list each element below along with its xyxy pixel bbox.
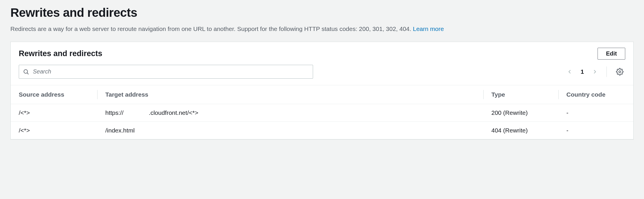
cell-type: 200 (Rewrite) xyxy=(483,104,558,121)
page-description-text: Redirects are a way for a web server to … xyxy=(10,25,411,32)
table-row: /<*> https:// .cloudfront.net/<*> 200 (R… xyxy=(11,104,633,121)
svg-point-2 xyxy=(619,71,621,73)
table-row: /<*> /index.html 404 (Rewrite) - xyxy=(11,121,633,139)
panel-toolbar: 1 xyxy=(11,62,633,85)
toolbar-divider xyxy=(606,67,607,77)
panel-header: Rewrites and redirects Edit xyxy=(11,42,633,62)
col-header-target[interactable]: Target address xyxy=(97,85,483,104)
col-header-type[interactable]: Type xyxy=(483,85,558,104)
cell-source: /<*> xyxy=(11,121,97,139)
col-header-country[interactable]: Country code xyxy=(558,85,633,104)
search-input[interactable] xyxy=(19,65,313,79)
col-header-source[interactable]: Source address xyxy=(11,85,97,104)
cell-target: https:// .cloudfront.net/<*> xyxy=(97,104,483,121)
edit-button[interactable]: Edit xyxy=(598,48,625,60)
prev-page-button[interactable] xyxy=(566,68,574,76)
next-page-button[interactable] xyxy=(591,68,599,76)
cell-country: - xyxy=(558,121,633,139)
redirects-table: Source address Target address Type Count… xyxy=(11,85,633,139)
search-wrap xyxy=(19,65,313,79)
table-header-row: Source address Target address Type Count… xyxy=(11,85,633,104)
search-icon xyxy=(23,69,29,75)
cell-target: /index.html xyxy=(97,121,483,139)
rewrites-panel: Rewrites and redirects Edit 1 xyxy=(10,42,634,139)
page-title: Rewrites and redirects xyxy=(10,6,634,20)
cell-source: /<*> xyxy=(11,104,97,121)
gear-icon xyxy=(616,68,624,75)
pagination: 1 xyxy=(566,66,625,77)
cell-country: - xyxy=(558,104,633,121)
chevron-left-icon xyxy=(567,69,572,75)
table-settings-button[interactable] xyxy=(614,66,625,77)
panel-title: Rewrites and redirects xyxy=(19,49,102,58)
page-description: Redirects are a way for a web server to … xyxy=(10,24,634,34)
cell-type: 404 (Rewrite) xyxy=(483,121,558,139)
svg-point-0 xyxy=(24,69,28,73)
page-number: 1 xyxy=(579,68,586,75)
learn-more-link[interactable]: Learn more xyxy=(413,25,444,32)
chevron-right-icon xyxy=(592,69,598,75)
svg-line-1 xyxy=(27,73,28,74)
